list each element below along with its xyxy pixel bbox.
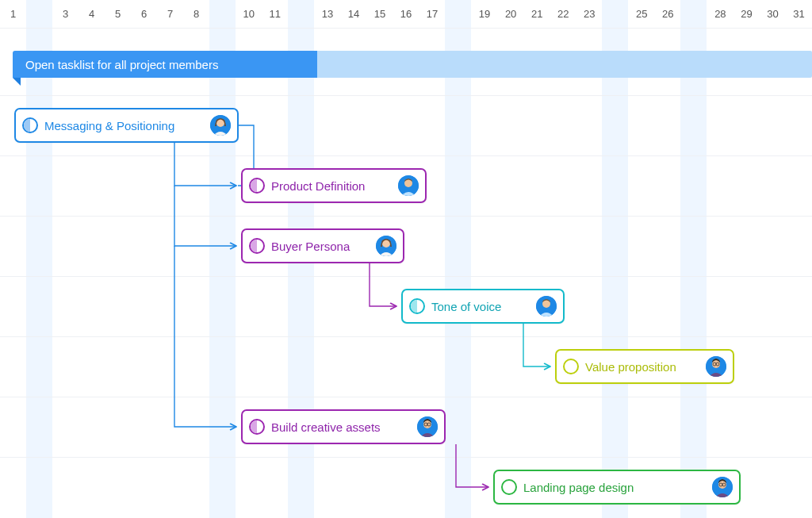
task-buyer-persona[interactable]: Buyer Persona [241, 228, 404, 263]
day-number: 27 [681, 8, 707, 20]
status-empty-icon [563, 359, 579, 374]
day-number: 19 [472, 8, 498, 20]
day-number: 16 [393, 8, 419, 20]
day-number: 7 [157, 8, 183, 20]
task-label: Product Definition [271, 179, 392, 193]
day-number: 17 [419, 8, 446, 20]
task-landing-page-design[interactable]: Landing page design [493, 470, 741, 505]
status-empty-icon [501, 479, 517, 495]
assignee-avatar-male-2 [417, 416, 438, 437]
task-product-definition[interactable]: Product Definition [241, 168, 427, 203]
status-half-icon [249, 419, 265, 435]
day-number: 28 [707, 8, 733, 20]
day-number: 20 [498, 8, 524, 20]
day-number: 18 [446, 8, 472, 20]
day-number: 5 [105, 8, 131, 20]
day-number: 29 [733, 8, 760, 20]
day-number: 24 [603, 8, 629, 20]
day-number: 12 [288, 8, 314, 20]
assignee-avatar-male-1 [398, 175, 419, 196]
day-number: 31 [786, 8, 812, 20]
assignee-avatar-male-2 [712, 477, 733, 497]
day-number: 10 [236, 8, 262, 20]
task-label: Messaging & Positioning [44, 119, 204, 132]
task-label: Landing page design [523, 481, 706, 494]
task-tone-of-voice[interactable]: Tone of voice [401, 289, 565, 324]
status-half-icon [22, 117, 38, 133]
task-label: Tone of voice [431, 300, 530, 313]
day-number: 13 [314, 8, 340, 20]
assignee-avatar-female [210, 115, 231, 136]
day-number: 4 [79, 8, 105, 20]
day-number: 15 [366, 8, 393, 20]
assignee-avatar-female [376, 236, 396, 256]
day-number: 22 [550, 8, 576, 20]
tasklist-banner[interactable]: Open tasklist for all project members [13, 51, 812, 78]
day-number: 25 [629, 8, 655, 20]
day-number: 23 [576, 8, 603, 20]
day-number: 21 [524, 8, 550, 20]
assignee-avatar-male-2 [706, 356, 726, 377]
status-half-icon [249, 178, 265, 194]
day-number: 30 [760, 8, 786, 20]
task-label: Build creative assets [271, 420, 411, 434]
day-number: 26 [655, 8, 681, 20]
task-value-proposition[interactable]: Value proposition [555, 349, 734, 384]
day-number: 14 [340, 8, 366, 20]
task-label: Buyer Persona [271, 240, 370, 253]
task-label: Value proposition [585, 360, 699, 374]
day-number: 8 [183, 8, 209, 20]
day-number: 2 [26, 8, 52, 20]
day-number: 9 [209, 8, 236, 20]
day-number: 3 [52, 8, 79, 20]
task-messaging-positioning[interactable]: Messaging & Positioning [14, 108, 239, 143]
status-half-icon [249, 238, 265, 254]
day-number: 1 [0, 8, 26, 20]
status-half-icon [409, 298, 425, 314]
assignee-avatar-male-1 [536, 296, 557, 317]
day-number: 11 [262, 8, 288, 20]
tasklist-banner-label: Open tasklist for all project members [25, 58, 218, 71]
day-number: 6 [131, 8, 157, 20]
timeline-day-header: 1234567891011121314151617181920212223242… [0, 0, 812, 26]
task-build-creative-assets[interactable]: Build creative assets [241, 409, 446, 444]
